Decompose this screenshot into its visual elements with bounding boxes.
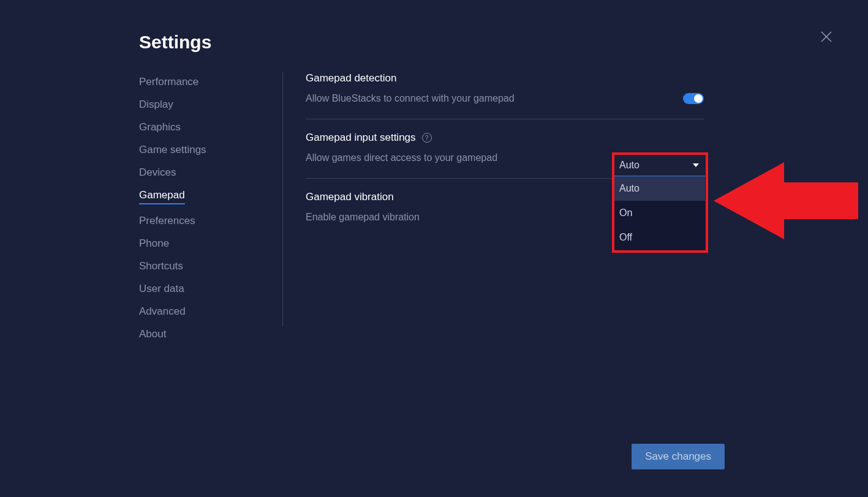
section-title-detection: Gamepad detection bbox=[306, 72, 704, 84]
dropdown-selected[interactable]: Auto bbox=[614, 154, 705, 176]
dropdown-selected-label: Auto bbox=[619, 160, 640, 171]
toggle-knob bbox=[694, 94, 703, 103]
close-button[interactable] bbox=[820, 31, 832, 43]
sidebar-item-game-settings[interactable]: Game settings bbox=[139, 144, 206, 156]
sidebar-item-advanced[interactable]: Advanced bbox=[139, 305, 186, 318]
sidebar: Performance Display Graphics Game settin… bbox=[139, 76, 262, 340]
dropdown-item-off[interactable]: Off bbox=[614, 225, 705, 250]
sidebar-item-display[interactable]: Display bbox=[139, 99, 173, 111]
annotation-arrow-icon bbox=[714, 149, 858, 253]
divider bbox=[282, 72, 283, 326]
page-title: Settings bbox=[139, 32, 211, 53]
sidebar-item-about[interactable]: About bbox=[139, 328, 166, 340]
svg-marker-2 bbox=[714, 162, 858, 239]
sidebar-item-shortcuts[interactable]: Shortcuts bbox=[139, 260, 183, 272]
save-button[interactable]: Save changes bbox=[632, 444, 725, 469]
dropdown-gamepad-input: Auto Auto On Off bbox=[614, 154, 705, 250]
dropdown-item-auto[interactable]: Auto bbox=[614, 176, 705, 201]
sidebar-item-gamepad[interactable]: Gamepad bbox=[139, 189, 185, 204]
sidebar-item-graphics[interactable]: Graphics bbox=[139, 121, 181, 133]
section-desc-detection: Allow BlueStacks to connect with your ga… bbox=[306, 93, 515, 104]
sidebar-item-performance[interactable]: Performance bbox=[139, 76, 198, 88]
chevron-down-icon bbox=[693, 163, 699, 167]
section-title-input: Gamepad input settings bbox=[306, 132, 416, 144]
dropdown-list: Auto On Off bbox=[614, 176, 705, 250]
sidebar-item-preferences[interactable]: Preferences bbox=[139, 215, 195, 227]
toggle-gamepad-detection[interactable] bbox=[683, 93, 704, 104]
section-desc-input: Allow games direct access to your gamepa… bbox=[306, 152, 497, 163]
section-desc-vibration: Enable gamepad vibration bbox=[306, 212, 420, 223]
sidebar-item-user-data[interactable]: User data bbox=[139, 283, 184, 295]
section-gamepad-detection: Gamepad detection Allow BlueStacks to co… bbox=[306, 72, 704, 119]
close-icon bbox=[820, 31, 832, 43]
sidebar-item-devices[interactable]: Devices bbox=[139, 166, 176, 179]
help-icon[interactable]: ? bbox=[422, 133, 432, 143]
sidebar-item-phone[interactable]: Phone bbox=[139, 237, 169, 250]
dropdown-item-on[interactable]: On bbox=[614, 201, 705, 225]
